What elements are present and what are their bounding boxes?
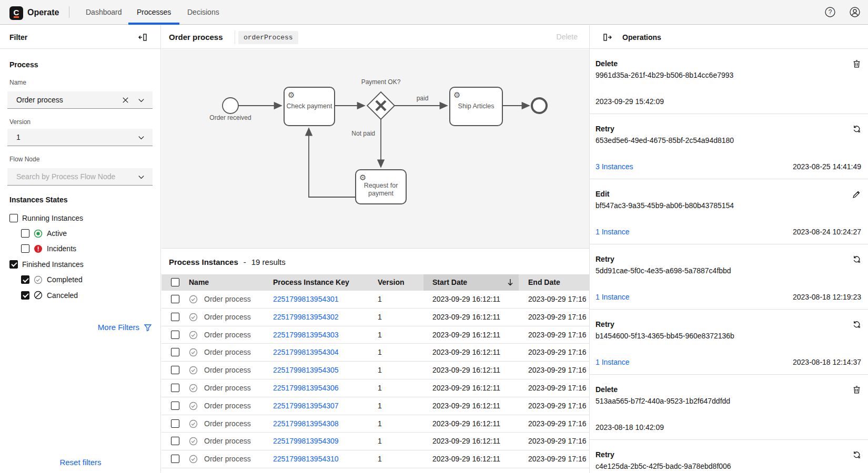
checkbox[interactable] <box>21 229 29 238</box>
state-filter-canceled[interactable]: Canceled <box>0 287 161 303</box>
operation-type: Retry <box>596 125 614 133</box>
col-version[interactable]: Version <box>378 274 405 291</box>
row-checkbox[interactable] <box>171 402 179 410</box>
instance-key-link[interactable]: 2251799813954303 <box>273 326 339 344</box>
sort-arrow-icon[interactable] <box>506 274 514 291</box>
retry-icon[interactable] <box>852 125 861 133</box>
end-event[interactable] <box>532 98 547 113</box>
instance-key-link[interactable]: 2251799813954309 <box>273 433 339 450</box>
instance-key-link[interactable]: 2251799813954308 <box>273 415 339 433</box>
instance-end-date: 2023-09-29 17:16 <box>528 309 589 326</box>
operation-instances-link[interactable]: 1 Instance <box>596 293 630 301</box>
bpmn-diagram[interactable]: Order received ⚙ Check payment Payment O… <box>162 49 589 249</box>
state-filter-running-instances[interactable]: Running Instances <box>0 210 161 225</box>
camunda-logo[interactable]: C <box>9 6 23 20</box>
col-name[interactable]: Name <box>189 274 209 291</box>
version-dropdown[interactable]: 1 <box>7 129 153 146</box>
row-checkbox[interactable] <box>171 419 179 428</box>
title-divider <box>235 30 235 44</box>
checkbox[interactable] <box>9 214 18 222</box>
chevron-down-icon[interactable] <box>137 96 145 104</box>
state-filter-incidents[interactable]: Incidents <box>0 241 161 256</box>
edit-icon[interactable] <box>852 190 861 199</box>
operation-instances-link[interactable]: 1 Instance <box>596 228 630 236</box>
process-name-dropdown[interactable]: Order process <box>7 91 153 109</box>
app-header: C Operate Dashboard Processes Decisions … <box>0 0 868 25</box>
row-checkbox[interactable] <box>171 455 179 463</box>
row-checkbox[interactable] <box>171 295 179 303</box>
help-icon[interactable]: ? <box>824 6 836 18</box>
operation-timestamp: 2023-08-18 12:19:23 <box>793 293 861 301</box>
col-end[interactable]: End Date <box>528 274 560 291</box>
tab-decisions[interactable]: Decisions <box>187 0 219 24</box>
operation-id: c4e125da-2b5c-42f5-badc-9a78ebd8f006 <box>596 462 731 470</box>
chevron-down-icon[interactable] <box>137 133 145 141</box>
instance-version: 1 <box>378 450 382 468</box>
instance-key-link[interactable]: 2251799813954304 <box>273 344 339 362</box>
instance-key-link[interactable]: 2251799813954301 <box>273 291 339 309</box>
operation-instances-link[interactable]: 3 Instances <box>596 162 633 171</box>
instance-name: Order process <box>204 291 251 309</box>
flow-node-dropdown[interactable]: Search by Process Flow Node <box>7 168 153 186</box>
user-icon[interactable] <box>849 6 861 18</box>
flow-node-label: Flow Node <box>9 156 39 163</box>
state-filter-active[interactable]: Active <box>0 225 161 241</box>
instance-key-link[interactable]: 2251799813954310 <box>273 450 339 468</box>
retry-icon[interactable] <box>852 255 861 264</box>
instance-end-date: 2023-09-29 17:16 <box>528 397 589 415</box>
instance-key-link[interactable]: 2251799813954302 <box>273 309 339 326</box>
operation-timestamp: 2023-08-24 10:24:27 <box>793 228 861 236</box>
instance-key-link[interactable]: 2251799813954307 <box>273 397 339 415</box>
instance-version: 1 <box>378 379 382 397</box>
state-filter-completed[interactable]: Completed <box>0 272 161 287</box>
instance-version: 1 <box>378 344 382 362</box>
operation-entry-retry-1: Retry653ed5e6-49ed-4675-85bf-2c54a94d818… <box>590 114 868 179</box>
instance-row-2251799813954302: Order process225179981395430212023-09-29… <box>162 309 589 326</box>
checkbox[interactable] <box>21 291 29 300</box>
checkbox[interactable] <box>21 275 29 284</box>
clear-selection-icon[interactable] <box>122 96 129 104</box>
col-start[interactable]: Start Date <box>432 274 467 291</box>
row-checkbox[interactable] <box>171 348 179 356</box>
completed-state-icon <box>189 384 198 393</box>
row-checkbox[interactable] <box>171 366 179 374</box>
instances-count: 19 results <box>251 258 286 266</box>
filter-funnel-icon <box>144 323 152 332</box>
more-filters-link[interactable]: More Filters <box>98 323 152 332</box>
operation-instances-link[interactable]: 1 Instance <box>596 358 630 366</box>
instance-end-date: 2023-09-29 17:16 <box>528 379 589 397</box>
tab-processes[interactable]: Processes <box>137 0 171 24</box>
row-checkbox[interactable] <box>171 384 179 392</box>
instance-start-date: 2023-09-29 16:12:11 <box>432 379 500 397</box>
chevron-down-icon[interactable] <box>137 173 145 181</box>
retry-icon[interactable] <box>852 320 861 329</box>
collapse-filter-icon[interactable] <box>137 32 148 43</box>
delete-icon[interactable] <box>852 59 861 68</box>
instance-name: Order process <box>204 450 251 468</box>
start-event[interactable] <box>223 98 238 114</box>
col-key[interactable]: Process Instance Key <box>273 274 349 291</box>
completed-state-icon <box>189 331 198 340</box>
collapse-operations-icon[interactable] <box>602 32 613 43</box>
instance-key-link[interactable]: 2251799813954305 <box>273 362 339 379</box>
checkbox[interactable] <box>9 260 18 269</box>
completed-state-icon <box>189 366 198 375</box>
filter-title: Filter <box>9 33 27 42</box>
operation-id: 5dd91cae-5f0c-4e35-a698-5a7887c4fbbd <box>596 266 731 275</box>
instance-key-link[interactable]: 2251799813954306 <box>273 379 339 397</box>
retry-icon[interactable] <box>852 450 861 459</box>
header-divider <box>69 6 69 18</box>
select-all-checkbox[interactable] <box>171 278 179 286</box>
tab-dashboard[interactable]: Dashboard <box>86 0 122 24</box>
row-checkbox[interactable] <box>171 313 179 321</box>
row-checkbox[interactable] <box>171 437 179 445</box>
service-task-icon: ⚙ <box>288 90 295 99</box>
row-checkbox[interactable] <box>171 331 179 339</box>
state-filter-finished-instances[interactable]: Finished Instances <box>0 256 161 272</box>
svg-text:payment: payment <box>368 190 393 197</box>
checkbox[interactable] <box>21 244 29 253</box>
delete-process-button[interactable]: Delete <box>557 33 578 41</box>
reset-filters-link[interactable]: Reset filters <box>0 458 161 467</box>
instance-row-2251799813954303: Order process225179981395430312023-09-29… <box>162 326 589 344</box>
delete-icon[interactable] <box>852 385 861 394</box>
